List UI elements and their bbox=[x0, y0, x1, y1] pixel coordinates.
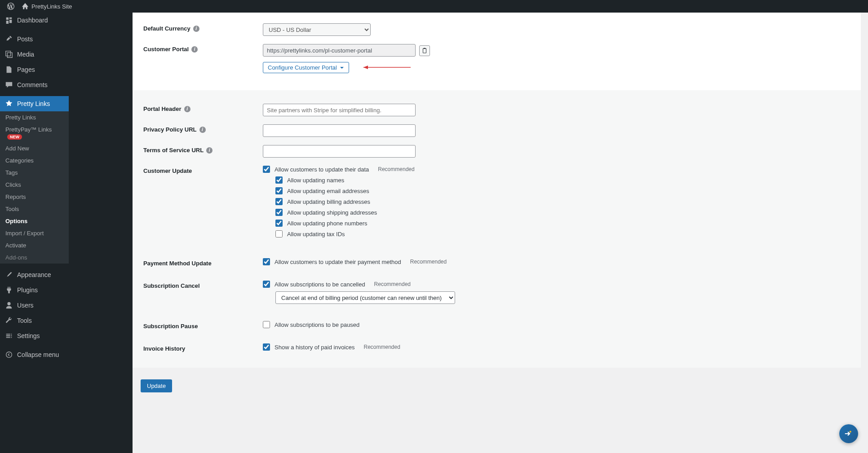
checkbox-label: Allow customers to update their payment … bbox=[275, 259, 401, 265]
checkbox-input[interactable] bbox=[275, 176, 283, 184]
site-name: PrettyLinks Site bbox=[31, 3, 72, 10]
checkbox-input[interactable] bbox=[263, 343, 270, 351]
sidebar-plugins[interactable]: Plugins bbox=[0, 282, 69, 298]
prettylinks-submenu: Pretty Links PrettyPay™ Links NEW Add Ne… bbox=[0, 111, 69, 264]
sidebar-media[interactable]: Media bbox=[0, 47, 69, 62]
checkbox-label: Allow customers to update their data bbox=[275, 166, 369, 173]
submenu-categories[interactable]: Categories bbox=[0, 154, 69, 167]
allow-phone-checkbox[interactable]: Allow updating phone numbers bbox=[275, 220, 861, 227]
allow-payment-checkbox[interactable]: Allow customers to update their payment … bbox=[263, 258, 861, 265]
submenu-addnew[interactable]: Add New bbox=[0, 142, 69, 154]
checkbox-input[interactable] bbox=[275, 220, 283, 227]
checkbox-input[interactable] bbox=[263, 321, 270, 328]
checkbox-input[interactable] bbox=[263, 166, 270, 173]
checkbox-label: Allow updating billing addresses bbox=[287, 198, 370, 205]
floating-help-badge[interactable] bbox=[839, 424, 858, 443]
cancel-timing-select[interactable]: Cancel at end of billing period (custome… bbox=[275, 291, 455, 304]
sidebar-posts[interactable]: Posts bbox=[0, 31, 69, 47]
portal-header-input[interactable] bbox=[263, 104, 416, 116]
sidebar-collapse[interactable]: Collapse menu bbox=[0, 347, 69, 362]
sidebar-settings[interactable]: Settings bbox=[0, 328, 69, 343]
sidebar-label: Users bbox=[17, 302, 34, 309]
allow-names-checkbox[interactable]: Allow updating names bbox=[275, 176, 861, 184]
update-button[interactable]: Update bbox=[141, 379, 172, 392]
site-home-link[interactable]: PrettyLinks Site bbox=[18, 3, 75, 10]
sidebar-dashboard[interactable]: Dashboard bbox=[0, 13, 69, 28]
submenu-activate[interactable]: Activate bbox=[0, 239, 69, 251]
recommended-badge: Recommended bbox=[374, 281, 411, 287]
checkbox-label: Allow updating phone numbers bbox=[287, 220, 368, 227]
allow-emails-checkbox[interactable]: Allow updating email addresses bbox=[275, 187, 861, 194]
privacy-policy-input[interactable] bbox=[263, 124, 416, 137]
sidebar-label: Comments bbox=[17, 81, 48, 88]
clipboard-icon bbox=[421, 48, 428, 54]
allow-billing-checkbox[interactable]: Allow updating billing addresses bbox=[275, 198, 861, 205]
wrench-icon bbox=[4, 316, 13, 325]
submenu-tools[interactable]: Tools bbox=[0, 203, 69, 215]
default-currency-select[interactable]: USD - US Dollar bbox=[263, 23, 371, 36]
svg-rect-1 bbox=[423, 48, 426, 53]
recommended-badge: Recommended bbox=[378, 166, 414, 172]
sidebar-pages[interactable]: Pages bbox=[0, 62, 69, 77]
checkbox-label: Allow updating email addresses bbox=[287, 188, 369, 194]
checkbox-input[interactable] bbox=[275, 198, 283, 205]
invoice-history-label: Invoice History bbox=[133, 343, 263, 352]
star-icon bbox=[4, 99, 13, 108]
new-badge: NEW bbox=[7, 134, 22, 140]
comment-icon bbox=[4, 80, 13, 89]
checkbox-label: Allow updating tax IDs bbox=[287, 231, 345, 237]
tos-input[interactable] bbox=[263, 145, 416, 158]
sidebar-label: Media bbox=[17, 51, 34, 58]
sidebar-label: Settings bbox=[17, 332, 40, 339]
submenu-prettypay[interactable]: PrettyPay™ Links NEW bbox=[0, 123, 69, 142]
sidebar-appearance[interactable]: Appearance bbox=[0, 267, 69, 282]
dashboard-icon bbox=[4, 16, 13, 25]
help-icon[interactable]: i bbox=[206, 147, 213, 154]
customer-portal-panel: Portal Header i Privacy Policy URL i bbox=[133, 90, 861, 368]
checkbox-label: Show a history of paid invoices bbox=[275, 344, 354, 351]
checkbox-input[interactable] bbox=[275, 209, 283, 216]
allow-pause-checkbox[interactable]: Allow subscriptions to be paused bbox=[263, 321, 861, 328]
allow-shipping-checkbox[interactable]: Allow updating shipping addresses bbox=[275, 209, 861, 216]
svg-point-0 bbox=[6, 352, 12, 358]
page-icon bbox=[4, 65, 13, 74]
admin-sidebar: Dashboard Posts Media Pages Comments Pre… bbox=[0, 13, 69, 453]
wp-logo[interactable] bbox=[4, 3, 18, 10]
submenu-clicks[interactable]: Clicks bbox=[0, 179, 69, 191]
tos-label: Terms of Service URL i bbox=[133, 145, 263, 154]
checkbox-input[interactable] bbox=[275, 230, 283, 237]
privacy-policy-label: Privacy Policy URL i bbox=[133, 124, 263, 133]
submenu-tags[interactable]: Tags bbox=[0, 167, 69, 179]
help-icon[interactable]: i bbox=[193, 26, 199, 32]
settings-form: Default Currency i USD - US Dollar Custo… bbox=[133, 13, 861, 368]
recommended-badge: Recommended bbox=[410, 259, 447, 265]
help-icon[interactable]: i bbox=[199, 127, 206, 133]
checkbox-input[interactable] bbox=[263, 258, 270, 265]
submenu-reports[interactable]: Reports bbox=[0, 191, 69, 203]
allow-update-data-checkbox[interactable]: Allow customers to update their data Rec… bbox=[263, 166, 861, 173]
wordpress-icon bbox=[7, 3, 14, 10]
allow-tax-checkbox[interactable]: Allow updating tax IDs bbox=[275, 230, 861, 237]
submenu-importexport[interactable]: Import / Export bbox=[0, 227, 69, 239]
sidebar-prettylinks[interactable]: Pretty Links bbox=[0, 96, 69, 111]
submenu-addons[interactable]: Add-ons bbox=[0, 251, 69, 264]
chevron-down-icon bbox=[340, 66, 344, 70]
sidebar-comments[interactable]: Comments bbox=[0, 77, 69, 92]
show-history-checkbox[interactable]: Show a history of paid invoices Recommen… bbox=[263, 343, 861, 351]
sidebar-tools[interactable]: Tools bbox=[0, 313, 69, 328]
checkbox-input[interactable] bbox=[263, 281, 270, 288]
configure-portal-button[interactable]: Configure Customer Portal bbox=[263, 62, 349, 73]
sidebar-label: Appearance bbox=[17, 271, 51, 278]
sidebar-label: Posts bbox=[17, 35, 33, 43]
customer-portal-url[interactable] bbox=[263, 44, 416, 57]
submenu-prettylinks[interactable]: Pretty Links bbox=[0, 111, 69, 123]
copy-url-button[interactable] bbox=[419, 45, 430, 56]
admin-topbar: PrettyLinks Site bbox=[0, 0, 868, 13]
help-icon[interactable]: i bbox=[191, 46, 198, 53]
checkbox-input[interactable] bbox=[275, 187, 283, 194]
star-badge-icon bbox=[844, 429, 854, 439]
allow-cancel-checkbox[interactable]: Allow subscriptions to be cancelled Reco… bbox=[263, 281, 861, 288]
sidebar-users[interactable]: Users bbox=[0, 298, 69, 313]
help-icon[interactable]: i bbox=[184, 106, 190, 112]
submenu-options[interactable]: Options bbox=[0, 215, 69, 227]
